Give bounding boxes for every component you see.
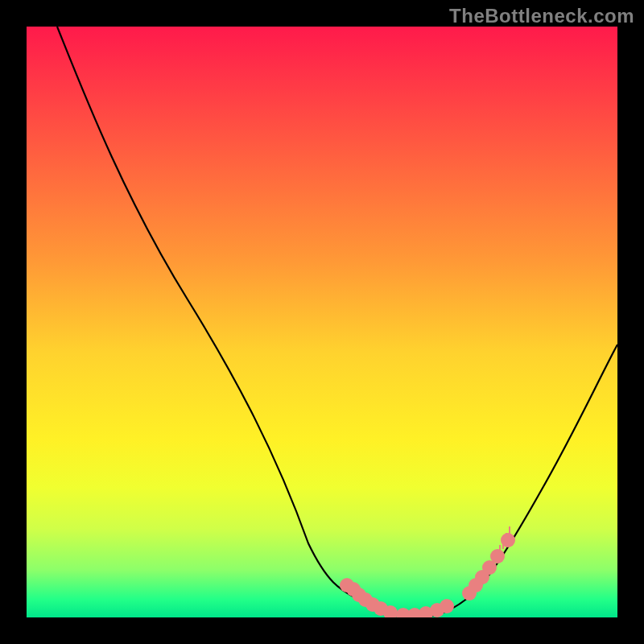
outer-frame: TheBottleneck.com — [0, 0, 644, 644]
svg-point-30 — [490, 549, 505, 564]
watermark-text: TheBottleneck.com — [449, 5, 634, 27]
chart-svg — [27, 27, 617, 617]
bottleneck-curve — [57, 27, 617, 617]
left-marker-cluster — [340, 578, 454, 617]
svg-point-25 — [440, 599, 454, 613]
right-marker-cluster — [462, 533, 515, 601]
svg-point-31 — [501, 533, 515, 547]
